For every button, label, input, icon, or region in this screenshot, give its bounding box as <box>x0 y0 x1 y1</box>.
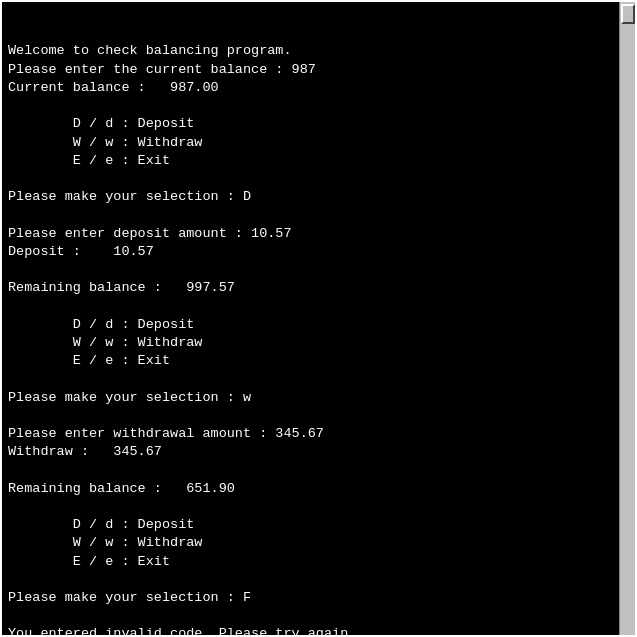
terminal-output: Welcome to check balancing program. Plea… <box>2 2 635 635</box>
scrollbar-thumb[interactable] <box>621 4 635 24</box>
main-window: Welcome to check balancing program. Plea… <box>0 0 637 637</box>
scrollbar[interactable] <box>619 2 635 635</box>
terminal-text: Welcome to check balancing program. Plea… <box>8 42 629 635</box>
